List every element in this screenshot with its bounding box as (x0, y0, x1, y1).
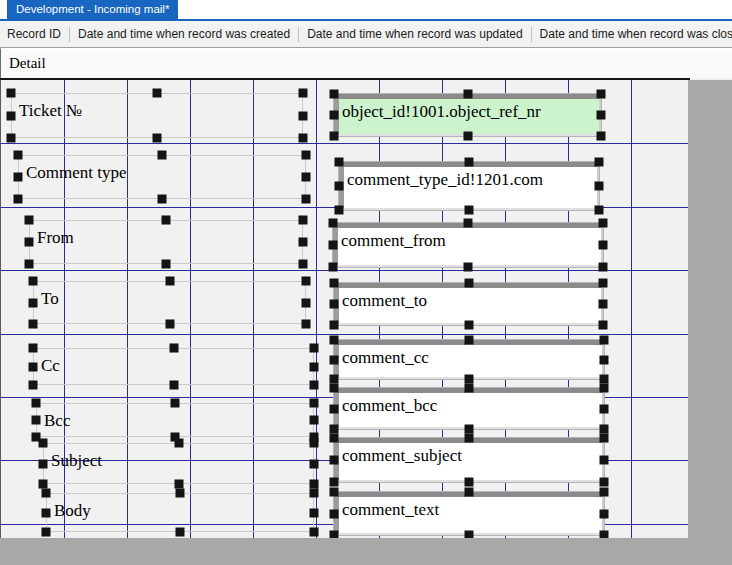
record-column-1[interactable]: Record ID (7, 27, 61, 41)
selection-handle[interactable] (176, 528, 185, 537)
selection-handle[interactable] (299, 238, 308, 247)
data-field-object[interactable]: comment_subject (334, 438, 604, 482)
selection-handle[interactable] (29, 362, 38, 371)
selection-handle[interactable] (465, 206, 474, 215)
selection-handle[interactable] (595, 206, 604, 215)
selection-handle[interactable] (29, 381, 38, 390)
selection-handle[interactable] (600, 384, 609, 393)
data-field-object[interactable]: comment_cc (334, 340, 604, 379)
selection-handle[interactable] (600, 404, 609, 413)
selection-handle[interactable] (162, 216, 171, 225)
selection-handle[interactable] (599, 219, 608, 228)
selection-handle[interactable] (600, 488, 609, 497)
detail-band-header[interactable]: Detail (0, 48, 732, 78)
selection-handle[interactable] (176, 489, 185, 498)
selection-handle[interactable] (330, 321, 339, 330)
selection-handle[interactable] (330, 355, 339, 364)
selection-handle[interactable] (330, 300, 339, 309)
selection-handle[interactable] (595, 182, 604, 191)
selection-handle[interactable] (7, 134, 16, 143)
selection-handle[interactable] (299, 89, 308, 98)
selection-handle[interactable] (169, 344, 178, 353)
selection-handle[interactable] (599, 300, 608, 309)
selection-handle[interactable] (464, 263, 473, 272)
label-object[interactable]: Ticket № (11, 93, 303, 138)
selection-handle[interactable] (465, 336, 474, 345)
selection-handle[interactable] (39, 459, 48, 468)
selection-handle[interactable] (299, 134, 308, 143)
selection-handle[interactable] (169, 381, 178, 390)
selection-handle[interactable] (162, 260, 171, 269)
selection-handle[interactable] (330, 531, 339, 539)
selection-handle[interactable] (7, 111, 16, 120)
selection-handle[interactable] (310, 344, 319, 353)
selection-handle[interactable] (465, 478, 474, 487)
selection-handle[interactable] (302, 298, 311, 307)
selection-handle[interactable] (597, 111, 606, 120)
selection-handle[interactable] (330, 111, 339, 120)
selection-handle[interactable] (330, 336, 339, 345)
selection-handle[interactable] (14, 151, 23, 160)
selection-handle[interactable] (600, 509, 609, 518)
selection-handle[interactable] (597, 132, 606, 141)
selection-handle[interactable] (7, 89, 16, 98)
selection-handle[interactable] (29, 344, 38, 353)
selection-handle[interactable] (600, 336, 609, 345)
record-column-2[interactable]: Date and time when record was created (78, 27, 290, 41)
selection-handle[interactable] (310, 459, 319, 468)
selection-handle[interactable] (153, 134, 162, 143)
selection-handle[interactable] (42, 489, 51, 498)
selection-handle[interactable] (330, 375, 339, 384)
selection-handle[interactable] (329, 241, 338, 250)
selection-handle[interactable] (464, 321, 473, 330)
data-field-object[interactable]: comment_text (334, 492, 604, 535)
selection-handle[interactable] (465, 375, 474, 384)
selection-handle[interactable] (597, 90, 606, 99)
record-column-3[interactable]: Date and time when record was updated (307, 27, 522, 41)
label-object[interactable]: To (33, 281, 306, 324)
data-field-object[interactable]: comment_to (334, 283, 603, 325)
design-surface[interactable]: Ticket №object_id!1001.object_ref_nrComm… (0, 80, 688, 538)
data-field-object[interactable]: comment_type_id!1201.com (339, 162, 599, 210)
selection-handle[interactable] (335, 182, 344, 191)
selection-handle[interactable] (14, 173, 23, 182)
data-field-object[interactable]: comment_bcc (334, 388, 604, 429)
selection-handle[interactable] (465, 531, 474, 539)
selection-handle[interactable] (310, 399, 319, 408)
selection-handle[interactable] (299, 216, 308, 225)
selection-handle[interactable] (310, 489, 319, 498)
selection-handle[interactable] (302, 277, 311, 286)
selection-handle[interactable] (465, 425, 474, 434)
selection-handle[interactable] (330, 279, 339, 288)
selection-handle[interactable] (32, 399, 41, 408)
selection-handle[interactable] (600, 434, 609, 443)
selection-handle[interactable] (330, 456, 339, 465)
selection-handle[interactable] (171, 399, 180, 408)
label-object[interactable]: Cc (33, 348, 314, 385)
selection-handle[interactable] (299, 111, 308, 120)
selection-handle[interactable] (165, 320, 174, 329)
selection-handle[interactable] (310, 528, 319, 537)
selection-handle[interactable] (302, 195, 311, 204)
selection-handle[interactable] (153, 89, 162, 98)
selection-handle[interactable] (330, 425, 339, 434)
selection-handle[interactable] (39, 480, 48, 489)
selection-handle[interactable] (310, 381, 319, 390)
document-tab[interactable]: Development - Incoming mail* (7, 0, 178, 19)
selection-handle[interactable] (310, 480, 319, 489)
selection-handle[interactable] (25, 238, 34, 247)
selection-handle[interactable] (595, 158, 604, 167)
label-object[interactable]: From (29, 220, 303, 264)
selection-handle[interactable] (310, 508, 319, 517)
selection-handle[interactable] (29, 298, 38, 307)
selection-handle[interactable] (42, 508, 51, 517)
selection-handle[interactable] (42, 528, 51, 537)
selection-handle[interactable] (335, 158, 344, 167)
selection-handle[interactable] (310, 362, 319, 371)
selection-handle[interactable] (600, 456, 609, 465)
selection-handle[interactable] (600, 425, 609, 434)
data-field-object[interactable]: comment_from (333, 223, 603, 267)
selection-handle[interactable] (335, 206, 344, 215)
selection-handle[interactable] (600, 478, 609, 487)
selection-handle[interactable] (600, 355, 609, 364)
